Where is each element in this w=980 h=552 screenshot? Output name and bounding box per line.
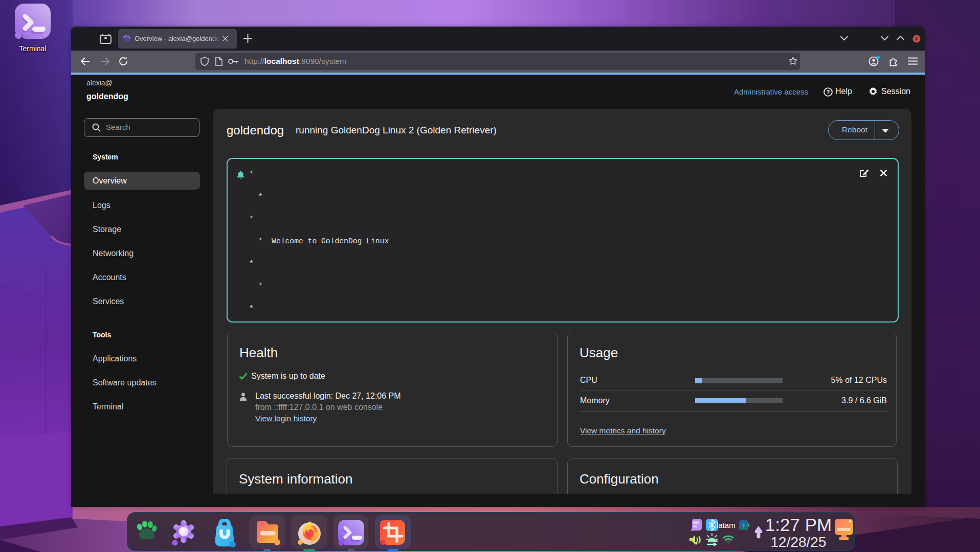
svg-text:?: ? [826,89,830,95]
